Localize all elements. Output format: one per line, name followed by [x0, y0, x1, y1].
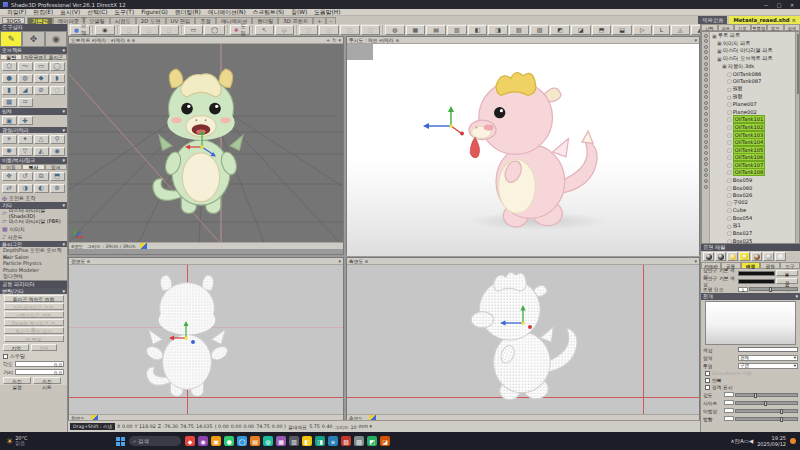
- palette-tool-icon[interactable]: ◌: [50, 86, 65, 95]
- tree-row[interactable]: ▢Box025: [710, 237, 795, 244]
- app-icon[interactable]: ◨: [315, 436, 325, 446]
- tray-icon[interactable]: ◀: [749, 438, 753, 444]
- visibility-toggle[interactable]: [704, 112, 708, 116]
- app-icon[interactable]: ▧: [341, 436, 351, 446]
- visibility-toggle[interactable]: [704, 129, 708, 133]
- toolbar-icon-button[interactable]: ◍: [385, 25, 404, 35]
- palette-tool-icon[interactable]: ☀: [2, 135, 17, 144]
- palette-mode-tab-표시[interactable]: ◉: [45, 31, 67, 47]
- material-tile[interactable]: [739, 252, 750, 261]
- palette-tool-icon[interactable]: ◆: [34, 74, 49, 83]
- tree-item-label[interactable]: Plane007: [733, 101, 757, 107]
- browser-tab-선택[interactable]: 선택: [701, 24, 718, 31]
- pink-dragon-model[interactable]: [459, 66, 619, 238]
- app-icon[interactable]: ▦: [276, 436, 286, 446]
- tree-row[interactable]: ○원형: [710, 85, 795, 93]
- app-icon[interactable]: ▨: [354, 436, 364, 446]
- notification-bell-icon[interactable]: [790, 438, 796, 444]
- clock[interactable]: 19:25 2025/09/12: [757, 435, 786, 447]
- viewport-plus-icon[interactable]: +: [326, 37, 330, 43]
- unfold-section-header[interactable]: 전개▾: [701, 293, 800, 300]
- palette-tool-icon[interactable]: ▦: [2, 98, 17, 107]
- workspace-tab[interactable]: 조정: [195, 17, 216, 24]
- save-button[interactable]: 저장: [776, 278, 798, 284]
- tree-row[interactable]: ▣이미지 파트: [710, 40, 795, 48]
- palette-tool-icon[interactable]: ◑: [18, 184, 33, 193]
- visibility-toggle[interactable]: [704, 90, 708, 94]
- palette-tool-icon[interactable]: ⇄: [2, 184, 17, 193]
- slider-thumb[interactable]: [764, 401, 767, 406]
- material-tile[interactable]: [751, 252, 762, 261]
- visibility-toggle[interactable]: [704, 173, 708, 177]
- toolbar-icon-button[interactable]: ◨: [488, 25, 508, 35]
- toolbar-icon-button[interactable]: ▧: [509, 25, 529, 35]
- visibility-toggle[interactable]: [704, 73, 708, 77]
- transform-manipulator[interactable]: [421, 106, 469, 146]
- lower-hemisphere-color-swatch[interactable]: [738, 279, 775, 284]
- area-select[interactable]: 전체▾: [738, 355, 798, 361]
- visibility-toggle[interactable]: [704, 84, 708, 88]
- toolbar-icon-button[interactable]: ▭: [184, 25, 204, 35]
- palette-item[interactable]: ▱마스터 마티리얼 (Shade3D): [0, 209, 67, 217]
- tree-item-label[interactable]: 자몽이.3ds: [728, 63, 755, 70]
- app-icon[interactable]: ◍: [263, 436, 273, 446]
- tree-item-label[interactable]: 이미지 파트: [723, 40, 751, 47]
- tree-row[interactable]: ▢구002: [710, 199, 795, 207]
- palette-tool-icon[interactable]: ⬠: [2, 62, 17, 71]
- slider-value[interactable]: [724, 408, 734, 413]
- viewport-rotate-icon[interactable]: ↻: [332, 37, 336, 43]
- tree-row[interactable]: ▢Cube: [710, 207, 795, 215]
- camera-toggle-dot[interactable]: [365, 260, 368, 263]
- tree-item-label[interactable]: Box025: [733, 238, 753, 244]
- material-tile[interactable]: [727, 252, 738, 261]
- browser-tab-정보[interactable]: 정보: [767, 24, 784, 31]
- skin-button[interactable]: 스킨 시트: [33, 377, 61, 384]
- viewport-menu-icon[interactable]: ▾: [338, 37, 341, 43]
- tree-row[interactable]: ▢Box027: [710, 229, 795, 237]
- palette-tool-icon[interactable]: ✦: [18, 135, 33, 144]
- palette-tool-icon[interactable]: ⊕: [50, 184, 65, 193]
- render-canvas[interactable]: [347, 44, 699, 256]
- maximize-button[interactable]: □: [774, 2, 784, 8]
- camera-toggle-dot[interactable]: [396, 39, 399, 42]
- viewport-front[interactable]: 정면도 ▾: [68, 257, 344, 420]
- angle-value[interactable]: 0.0: [15, 369, 64, 375]
- tree-item-label[interactable]: 원형: [732, 93, 742, 100]
- toolbar-icon-button[interactable]: ◇: [275, 25, 294, 35]
- menu-item[interactable]: Figure(G): [138, 9, 171, 15]
- load-button[interactable]: 불러오기: [776, 270, 798, 276]
- workspace-tab-extra[interactable]: +: [313, 17, 325, 24]
- visibility-toggle[interactable]: [704, 67, 708, 71]
- toolbar-icon-button[interactable]: ◻: [160, 25, 179, 35]
- tree-row[interactable]: ▢OilTank086: [710, 70, 795, 78]
- tree-item-label[interactable]: 마스터 오브젝트 파트: [723, 55, 773, 62]
- visibility-toggle[interactable]: [704, 145, 708, 149]
- palette-tool-icon[interactable]: ⧉: [34, 172, 49, 181]
- palette-tool-icon[interactable]: ◢: [18, 86, 33, 95]
- palette-item[interactable]: ♪사운드: [0, 233, 67, 241]
- view-corner-icon[interactable]: [140, 243, 147, 249]
- app-icon[interactable]: ◩: [367, 436, 377, 446]
- skin-button[interactable]: 스킨 설정: [3, 377, 31, 384]
- toolbar-icon-button[interactable]: ◧: [468, 25, 488, 35]
- visibility-toggle[interactable]: [704, 185, 708, 189]
- background-preview[interactable]: [705, 301, 796, 345]
- viewport-menu-icon[interactable]: ▾: [694, 37, 697, 43]
- tree-item-label[interactable]: 원형: [732, 85, 742, 92]
- toolbar-icon-button[interactable]: ▷: [633, 25, 652, 35]
- camera-toggle-dot[interactable]: [87, 260, 90, 263]
- workspace-tab[interactable]: 2D 도면: [136, 17, 166, 24]
- visibility-toggle[interactable]: [704, 56, 708, 60]
- visibility-toggle[interactable]: [704, 134, 708, 138]
- toolbar-icon-button[interactable]: ▥: [447, 25, 467, 35]
- app-icon[interactable]: ▥: [289, 436, 299, 446]
- visibility-toggle[interactable]: [704, 157, 708, 161]
- camera-toggle-dot[interactable]: [127, 39, 130, 42]
- tree-item-label[interactable]: Plane002: [733, 109, 757, 115]
- tree-row[interactable]: ○원1: [710, 222, 795, 230]
- tree-row[interactable]: ▣마스터 마티리얼 파트: [710, 47, 795, 55]
- palette-tool-icon[interactable]: ▮: [2, 86, 17, 95]
- tree-item-label[interactable]: 마스터 마티리얼 파트: [723, 47, 773, 54]
- slider-value[interactable]: [724, 400, 734, 405]
- palette-tool-icon[interactable]: ◐: [34, 184, 49, 193]
